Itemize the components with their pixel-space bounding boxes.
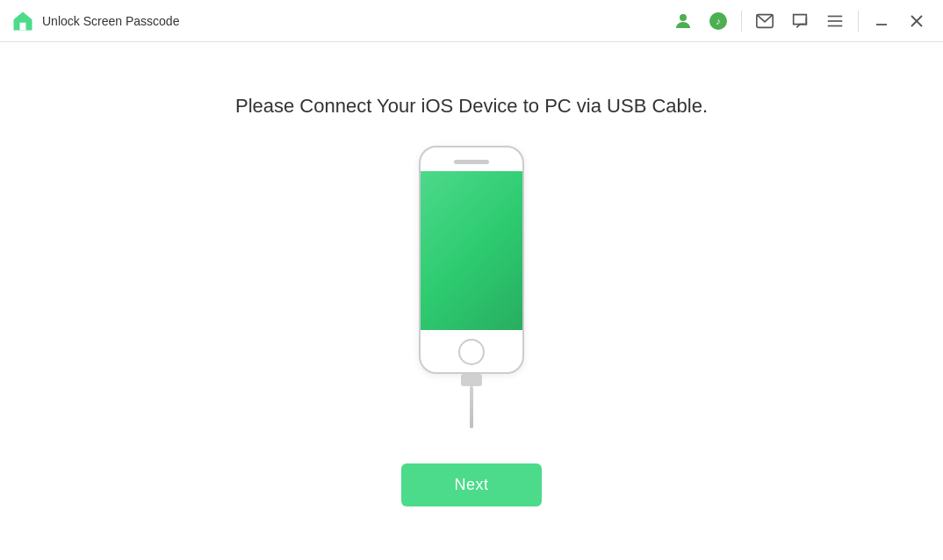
phone-screen [421,171,522,330]
phone-body [419,146,524,374]
mail-icon[interactable] [749,5,781,37]
next-button[interactable]: Next [401,463,541,506]
separator2 [858,11,859,32]
separator [741,11,742,32]
minimize-button[interactable] [866,5,897,37]
upgrade-icon-svg: ♪ [708,11,729,32]
minimize-icon [875,14,889,28]
mail-icon-svg [755,11,774,31]
user-icon[interactable] [667,5,699,37]
svg-point-2 [680,14,687,21]
menu-icon[interactable] [819,5,851,37]
chat-icon-svg [790,11,810,31]
title-bar: Unlock Screen Passcode ♪ [0,0,943,42]
instruction-text: Please Connect Your iOS Device to PC via… [235,95,708,118]
app-title: Unlock Screen Passcode [42,14,179,28]
main-content: Please Connect Your iOS Device to PC via… [0,42,943,560]
device-illustration [419,146,524,428]
title-bar-right: ♪ [667,5,932,37]
cable-line [470,386,473,428]
menu-icon-svg [825,11,845,31]
cable-connector [461,374,482,386]
usb-cable [461,374,482,428]
svg-rect-1 [20,22,26,30]
user-icon-svg [673,11,694,32]
app-icon [11,9,35,33]
title-bar-left: Unlock Screen Passcode [11,9,667,33]
close-button[interactable] [901,5,932,37]
phone-home-button [458,339,485,365]
upgrade-icon[interactable]: ♪ [702,5,734,37]
close-icon [910,14,924,28]
phone-speaker [454,160,489,164]
svg-text:♪: ♪ [716,16,721,26]
chat-icon[interactable] [784,5,816,37]
